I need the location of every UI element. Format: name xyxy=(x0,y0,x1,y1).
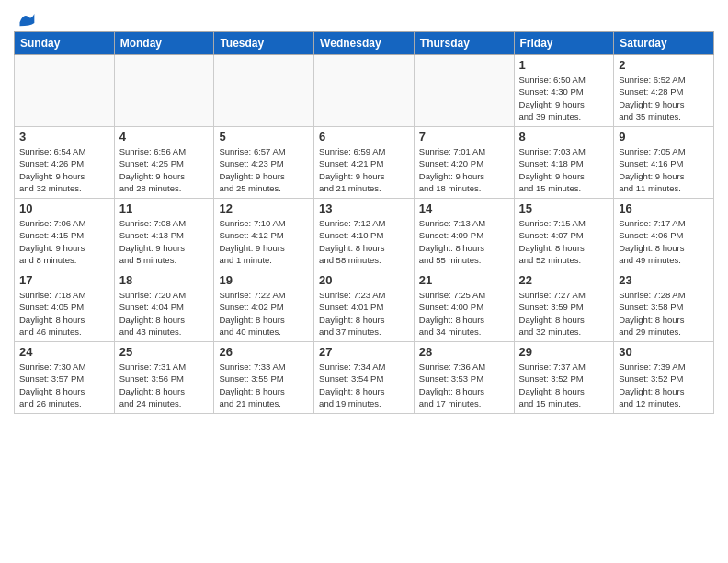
calendar-cell: 7Sunrise: 7:01 AM Sunset: 4:20 PM Daylig… xyxy=(414,127,514,199)
calendar-cell: 1Sunrise: 6:50 AM Sunset: 4:30 PM Daylig… xyxy=(514,55,614,127)
calendar-cell: 2Sunrise: 6:52 AM Sunset: 4:28 PM Daylig… xyxy=(614,55,714,127)
calendar-cell xyxy=(15,55,115,127)
day-info: Sunrise: 7:05 AM Sunset: 4:16 PM Dayligh… xyxy=(619,145,709,194)
day-info: Sunrise: 7:20 AM Sunset: 4:04 PM Dayligh… xyxy=(119,289,210,338)
day-number: 25 xyxy=(119,345,210,359)
calendar-cell xyxy=(114,55,214,127)
calendar-cell: 5Sunrise: 6:57 AM Sunset: 4:23 PM Daylig… xyxy=(214,127,314,199)
day-number: 23 xyxy=(619,273,709,287)
calendar-cell: 16Sunrise: 7:17 AM Sunset: 4:06 PM Dayli… xyxy=(614,199,714,270)
calendar-cell: 28Sunrise: 7:36 AM Sunset: 3:53 PM Dayli… xyxy=(414,342,514,414)
day-info: Sunrise: 7:08 AM Sunset: 4:13 PM Dayligh… xyxy=(119,217,210,266)
day-header: Saturday xyxy=(614,32,714,55)
calendar-cell: 9Sunrise: 7:05 AM Sunset: 4:16 PM Daylig… xyxy=(614,127,714,199)
day-number: 12 xyxy=(219,201,309,215)
day-number: 29 xyxy=(519,345,609,359)
day-info: Sunrise: 6:54 AM Sunset: 4:26 PM Dayligh… xyxy=(19,145,109,194)
day-number: 21 xyxy=(419,273,509,287)
day-header: Monday xyxy=(114,32,214,55)
day-info: Sunrise: 7:22 AM Sunset: 4:02 PM Dayligh… xyxy=(219,289,309,338)
day-info: Sunrise: 7:34 AM Sunset: 3:54 PM Dayligh… xyxy=(319,361,409,409)
calendar-cell: 17Sunrise: 7:18 AM Sunset: 4:05 PM Dayli… xyxy=(15,270,115,342)
day-header: Wednesday xyxy=(314,32,415,55)
calendar-cell: 14Sunrise: 7:13 AM Sunset: 4:09 PM Dayli… xyxy=(414,199,514,270)
day-number: 22 xyxy=(519,273,609,287)
day-number: 27 xyxy=(319,345,409,359)
day-info: Sunrise: 7:23 AM Sunset: 4:01 PM Dayligh… xyxy=(319,289,409,338)
day-number: 6 xyxy=(319,130,409,144)
calendar-cell: 15Sunrise: 7:15 AM Sunset: 4:07 PM Dayli… xyxy=(514,199,614,270)
calendar-cell: 3Sunrise: 6:54 AM Sunset: 4:26 PM Daylig… xyxy=(15,127,115,199)
day-info: Sunrise: 7:27 AM Sunset: 3:59 PM Dayligh… xyxy=(519,289,609,338)
calendar-week: 3Sunrise: 6:54 AM Sunset: 4:26 PM Daylig… xyxy=(15,127,714,199)
logo xyxy=(14,9,36,28)
day-info: Sunrise: 7:25 AM Sunset: 4:00 PM Dayligh… xyxy=(419,289,509,338)
calendar-cell: 13Sunrise: 7:12 AM Sunset: 4:10 PM Dayli… xyxy=(314,199,415,270)
day-header: Friday xyxy=(514,32,614,55)
day-info: Sunrise: 7:10 AM Sunset: 4:12 PM Dayligh… xyxy=(219,217,309,266)
day-number: 17 xyxy=(19,273,109,287)
day-number: 10 xyxy=(19,201,109,215)
calendar-table: SundayMondayTuesdayWednesdayThursdayFrid… xyxy=(14,31,714,414)
day-number: 4 xyxy=(119,130,210,144)
day-header: Tuesday xyxy=(214,32,314,55)
calendar-cell: 18Sunrise: 7:20 AM Sunset: 4:04 PM Dayli… xyxy=(114,270,214,342)
day-number: 16 xyxy=(619,201,709,215)
day-info: Sunrise: 6:59 AM Sunset: 4:21 PM Dayligh… xyxy=(319,145,409,194)
day-info: Sunrise: 7:31 AM Sunset: 3:56 PM Dayligh… xyxy=(119,361,210,409)
day-info: Sunrise: 6:50 AM Sunset: 4:30 PM Dayligh… xyxy=(519,74,609,122)
day-number: 19 xyxy=(219,273,309,287)
day-info: Sunrise: 7:28 AM Sunset: 3:58 PM Dayligh… xyxy=(619,289,709,338)
day-number: 7 xyxy=(419,130,509,144)
day-number: 5 xyxy=(219,130,309,144)
calendar-cell: 23Sunrise: 7:28 AM Sunset: 3:58 PM Dayli… xyxy=(614,270,714,342)
day-number: 8 xyxy=(519,130,609,144)
calendar-cell: 6Sunrise: 6:59 AM Sunset: 4:21 PM Daylig… xyxy=(314,127,415,199)
day-info: Sunrise: 7:01 AM Sunset: 4:20 PM Dayligh… xyxy=(419,145,509,194)
day-info: Sunrise: 7:03 AM Sunset: 4:18 PM Dayligh… xyxy=(519,145,609,194)
day-number: 3 xyxy=(19,130,109,144)
calendar-week: 24Sunrise: 7:30 AM Sunset: 3:57 PM Dayli… xyxy=(15,342,714,414)
day-info: Sunrise: 7:18 AM Sunset: 4:05 PM Dayligh… xyxy=(19,289,109,338)
day-info: Sunrise: 7:36 AM Sunset: 3:53 PM Dayligh… xyxy=(419,361,509,409)
day-header: Sunday xyxy=(15,32,115,55)
day-number: 30 xyxy=(619,345,709,359)
day-number: 11 xyxy=(119,201,210,215)
calendar-cell: 24Sunrise: 7:30 AM Sunset: 3:57 PM Dayli… xyxy=(15,342,115,414)
day-info: Sunrise: 7:39 AM Sunset: 3:52 PM Dayligh… xyxy=(619,361,709,409)
header xyxy=(14,9,714,28)
day-info: Sunrise: 7:06 AM Sunset: 4:15 PM Dayligh… xyxy=(19,217,109,266)
page-container: SundayMondayTuesdayWednesdayThursdayFrid… xyxy=(0,0,728,423)
calendar-cell: 27Sunrise: 7:34 AM Sunset: 3:54 PM Dayli… xyxy=(314,342,415,414)
day-info: Sunrise: 7:37 AM Sunset: 3:52 PM Dayligh… xyxy=(519,361,609,409)
day-number: 15 xyxy=(519,201,609,215)
day-info: Sunrise: 7:17 AM Sunset: 4:06 PM Dayligh… xyxy=(619,217,709,266)
day-info: Sunrise: 6:57 AM Sunset: 4:23 PM Dayligh… xyxy=(219,145,309,194)
day-info: Sunrise: 6:56 AM Sunset: 4:25 PM Dayligh… xyxy=(119,145,210,194)
day-info: Sunrise: 7:15 AM Sunset: 4:07 PM Dayligh… xyxy=(519,217,609,266)
calendar-cell: 11Sunrise: 7:08 AM Sunset: 4:13 PM Dayli… xyxy=(114,199,214,270)
calendar-cell: 10Sunrise: 7:06 AM Sunset: 4:15 PM Dayli… xyxy=(15,199,115,270)
day-info: Sunrise: 6:52 AM Sunset: 4:28 PM Dayligh… xyxy=(619,74,709,122)
logo-icon xyxy=(17,9,36,28)
day-number: 24 xyxy=(19,345,109,359)
calendar-week: 1Sunrise: 6:50 AM Sunset: 4:30 PM Daylig… xyxy=(15,55,714,127)
calendar-cell: 30Sunrise: 7:39 AM Sunset: 3:52 PM Dayli… xyxy=(614,342,714,414)
day-number: 9 xyxy=(619,130,709,144)
day-number: 13 xyxy=(319,201,409,215)
day-number: 1 xyxy=(519,58,609,72)
day-number: 20 xyxy=(319,273,409,287)
day-number: 2 xyxy=(619,58,709,72)
calendar-cell: 25Sunrise: 7:31 AM Sunset: 3:56 PM Dayli… xyxy=(114,342,214,414)
day-number: 26 xyxy=(219,345,309,359)
day-number: 14 xyxy=(419,201,509,215)
day-info: Sunrise: 7:13 AM Sunset: 4:09 PM Dayligh… xyxy=(419,217,509,266)
calendar-cell: 4Sunrise: 6:56 AM Sunset: 4:25 PM Daylig… xyxy=(114,127,214,199)
calendar-week: 10Sunrise: 7:06 AM Sunset: 4:15 PM Dayli… xyxy=(15,199,714,270)
day-info: Sunrise: 7:12 AM Sunset: 4:10 PM Dayligh… xyxy=(319,217,409,266)
day-number: 18 xyxy=(119,273,210,287)
day-header: Thursday xyxy=(414,32,514,55)
calendar-cell xyxy=(414,55,514,127)
day-info: Sunrise: 7:30 AM Sunset: 3:57 PM Dayligh… xyxy=(19,361,109,409)
calendar-cell: 19Sunrise: 7:22 AM Sunset: 4:02 PM Dayli… xyxy=(214,270,314,342)
